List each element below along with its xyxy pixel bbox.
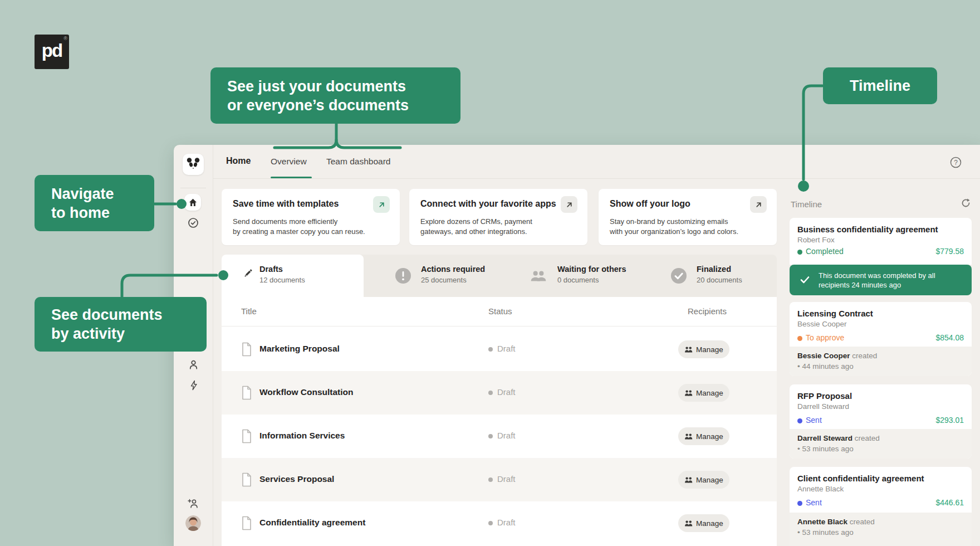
timeline-card[interactable]: RFP Proposal Darrell Steward Sent $293.0… (790, 384, 972, 459)
table-row[interactable]: Marketing Proposal Draft Manage (222, 328, 777, 371)
timeline-doc-title: Client confidentiality agreement (797, 474, 924, 483)
sidebar-item-tasks[interactable] (188, 217, 199, 228)
timeline-card[interactable]: Business confidentiality agreement Rober… (790, 218, 972, 265)
manage-label: Manage (696, 519, 723, 528)
timeline-doc-owner: Robert Fox (797, 236, 835, 244)
open-apps-button[interactable] (561, 196, 577, 213)
question-circle-icon: ? (950, 157, 962, 168)
app-window: Home Overview Team dashboard ? Save time… (174, 145, 980, 546)
document-status: Draft (497, 344, 516, 353)
documents-table: Title Status Recipients Marketing Propos… (222, 297, 777, 546)
status-dot (488, 347, 493, 352)
manage-recipients-button[interactable]: Manage (678, 384, 729, 402)
arrow-up-right-icon (378, 201, 386, 209)
banner-text: This document was completed by all recip… (819, 271, 935, 290)
manage-recipients-button[interactable]: Manage (678, 471, 729, 489)
panda-icon (186, 157, 200, 172)
help-button[interactable]: ? (950, 157, 962, 168)
refresh-button[interactable] (961, 198, 971, 208)
timeline-doc-title: Licensing Contract (797, 309, 873, 318)
doc-tab-label: Finalized (697, 265, 731, 274)
document-title: Workflow Consultation (259, 387, 353, 397)
timeline-card[interactable]: Licensing Contract Bessie Cooper To appr… (790, 302, 972, 376)
nav-section-label[interactable]: Home (226, 156, 251, 166)
timeline-card[interactable]: Client confidentiality agreement Annette… (790, 467, 972, 546)
open-branding-button[interactable] (750, 196, 767, 213)
status-dot (797, 250, 802, 255)
timeline-activity: Bessie Cooper created • 44 minutes ago (790, 347, 972, 376)
person-icon (188, 359, 199, 370)
people-icon (684, 477, 693, 483)
activity-text: Annette Black created (797, 518, 875, 526)
people-icon (684, 347, 693, 353)
status-dot (797, 418, 802, 423)
timeline-doc-status: Sent (806, 498, 822, 507)
promo-title: Show off your logo (610, 199, 690, 209)
sidebar-item-contacts[interactable] (187, 358, 199, 370)
timeline-doc-status: To approve (806, 333, 844, 342)
doc-tab-label: Drafts (259, 265, 283, 274)
document-status: Draft (497, 518, 516, 527)
table-row[interactable]: Workflow Consultation Draft Manage (222, 371, 777, 415)
arrow-up-right-icon (754, 201, 763, 209)
tab-overview[interactable]: Overview (271, 157, 307, 167)
promo-card-templates[interactable]: Save time with templates Send documents … (222, 189, 400, 245)
active-tab-indicator (271, 177, 312, 178)
manage-label: Manage (696, 432, 723, 441)
table-row[interactable]: Information Services Draft Manage (222, 415, 777, 458)
user-avatar[interactable] (185, 515, 201, 531)
tab-team-dashboard[interactable]: Team dashboard (326, 157, 390, 167)
callout-documents-filter: See just your documents or everyone’s do… (210, 67, 460, 124)
document-tabs: Drafts 12 documents Actions required 25 … (222, 255, 777, 297)
status-dot (488, 477, 493, 482)
column-header-status: Status (488, 306, 512, 316)
check-circle-filled-icon (670, 267, 687, 286)
timeline-doc-title: Business confidentiality agreement (797, 225, 938, 234)
doc-tab-waiting[interactable]: Waiting for others 0 documents (520, 255, 648, 297)
arrow-up-right-icon (565, 201, 574, 209)
manage-recipients-button[interactable]: Manage (678, 427, 729, 445)
timeline-doc-amount: $779.58 (935, 247, 964, 256)
activity-time: • 53 minutes ago (797, 528, 854, 537)
table-row[interactable]: Services Proposal Draft Manage (222, 458, 777, 501)
manage-recipients-button[interactable]: Manage (678, 340, 729, 358)
promo-title: Connect with your favorite apps (420, 199, 556, 209)
check-circle-icon (188, 217, 199, 228)
timeline-activity: Darrell Steward created • 53 minutes ago (790, 429, 972, 459)
svg-text:?: ? (954, 159, 958, 167)
doc-tab-count: 0 documents (557, 276, 599, 284)
timeline-doc-owner: Darrell Steward (797, 402, 849, 411)
timeline-doc-amount: $446.61 (935, 498, 964, 507)
timeline-doc-owner: Annette Black (797, 485, 844, 493)
document-title: Confidentiality agreement (259, 518, 365, 528)
promo-description: Send documents more efficiently by creat… (233, 217, 365, 237)
timeline-doc-title: RFP Proposal (797, 391, 852, 401)
sidebar-item-home[interactable] (184, 194, 201, 211)
invite-user-button[interactable] (187, 498, 200, 510)
completion-banner: This document was completed by all recip… (790, 265, 972, 295)
table-row[interactable]: Confidentiality agreement Draft Manage (222, 501, 777, 545)
status-dot (488, 434, 493, 438)
document-status: Draft (497, 474, 516, 484)
document-icon (241, 429, 252, 446)
manage-label: Manage (696, 389, 723, 397)
promo-card-apps[interactable]: Connect with your favorite apps Explore … (409, 189, 587, 245)
doc-tab-actions-required[interactable]: Actions required 25 documents (383, 255, 511, 297)
doc-tab-label: Actions required (421, 265, 485, 274)
doc-tab-finalized[interactable]: Finalized 20 documents (659, 255, 777, 297)
document-title: Information Services (259, 431, 345, 441)
promo-card-logo[interactable]: Show off your logo Stay on-brand by cust… (599, 189, 777, 245)
manage-label: Manage (696, 345, 723, 354)
workspace-panda-logo[interactable] (183, 154, 204, 175)
people-icon (684, 520, 693, 526)
manage-recipients-button[interactable]: Manage (678, 514, 729, 532)
nav-divider (213, 178, 980, 179)
doc-tab-drafts[interactable]: Drafts 12 documents (222, 255, 364, 297)
header-divider (222, 326, 777, 326)
people-icon (684, 433, 693, 440)
status-dot (488, 391, 493, 395)
sidebar-item-automations[interactable] (188, 379, 199, 391)
open-templates-button[interactable] (373, 196, 390, 213)
lightning-icon (189, 379, 199, 391)
manage-label: Manage (696, 476, 723, 484)
